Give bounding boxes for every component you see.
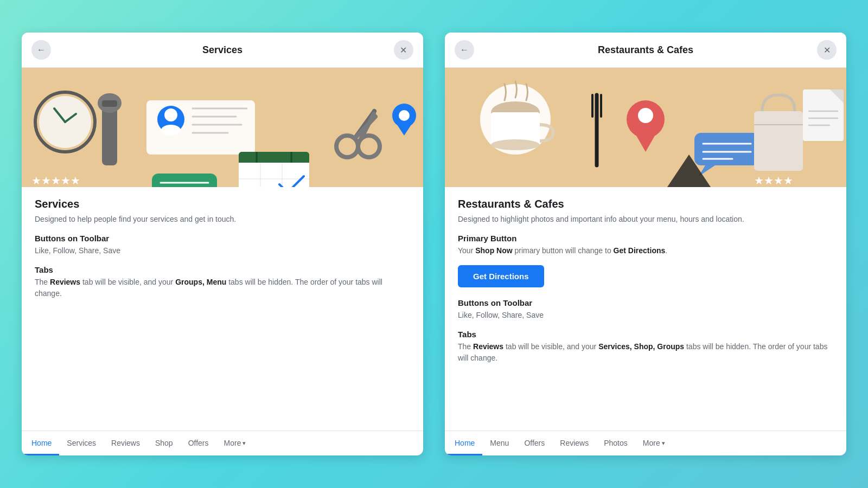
- restaurants-tab-home[interactable]: Home: [447, 431, 482, 455]
- restaurants-tab-menu[interactable]: Menu: [482, 431, 516, 455]
- restaurants-card-header: ← Restaurants & Cafes ✕: [445, 33, 846, 68]
- restaurants-tab-offers[interactable]: Offers: [516, 431, 552, 455]
- restaurants-card-content: Restaurants & Cafes Designed to highligh…: [445, 187, 846, 431]
- tab-more[interactable]: More: [216, 431, 254, 455]
- close-button[interactable]: ✕: [394, 40, 413, 60]
- restaurants-title: Restaurants & Cafes: [458, 198, 833, 210]
- back-button[interactable]: ←: [31, 40, 51, 60]
- restaurants-description: Designed to highlight photos and importa…: [458, 214, 833, 225]
- services-title: Services: [35, 198, 410, 210]
- svg-text:★★★★: ★★★★: [754, 175, 793, 187]
- svg-point-50: [638, 108, 653, 123]
- services-card-header: ← Services ✕: [22, 33, 423, 68]
- svg-point-10: [164, 108, 177, 121]
- tabs-title: Tabs: [35, 265, 410, 274]
- svg-rect-7: [102, 100, 117, 107]
- svg-point-48: [491, 139, 540, 150]
- restaurants-tab-more[interactable]: More: [635, 431, 673, 455]
- get-directions-button[interactable]: Get Directions: [458, 265, 544, 287]
- svg-rect-27: [239, 163, 309, 187]
- services-hero-image: ★★★★★: [22, 68, 423, 187]
- services-description: Designed to help people find your servic…: [35, 214, 410, 225]
- restaurants-close-button[interactable]: ✕: [817, 40, 837, 60]
- restaurants-card: ← Restaurants & Cafes ✕: [445, 33, 846, 455]
- tab-offers[interactable]: Offers: [181, 431, 216, 455]
- services-tabs-row: Home Services Reviews Shop Offers More: [22, 431, 423, 455]
- tab-services[interactable]: Services: [59, 431, 104, 455]
- restaurants-tab-photos[interactable]: Photos: [596, 431, 635, 455]
- restaurants-tabs-title: Tabs: [458, 330, 833, 339]
- svg-rect-16: [152, 174, 217, 187]
- svg-rect-61: [754, 111, 803, 171]
- restaurants-tab-reviews[interactable]: Reviews: [552, 431, 596, 455]
- services-card-title: Services: [202, 44, 242, 56]
- services-card-content: Services Designed to help people find yo…: [22, 187, 423, 431]
- tab-shop[interactable]: Shop: [148, 431, 181, 455]
- tab-reviews[interactable]: Reviews: [104, 431, 148, 455]
- restaurants-toolbar-title: Buttons on Toolbar: [458, 298, 833, 307]
- toolbar-title: Buttons on Toolbar: [35, 234, 410, 243]
- restaurants-tabs-row: Home Menu Offers Reviews Photos More: [445, 431, 846, 455]
- tabs-desc: The Reviews tab will be visible, and you…: [35, 277, 410, 299]
- svg-point-41: [399, 110, 410, 121]
- services-card: ← Services ✕: [22, 33, 423, 455]
- restaurants-card-title: Restaurants & Cafes: [598, 44, 693, 56]
- restaurants-tabs-desc: The Reviews tab will be visible, and you…: [458, 341, 833, 364]
- primary-button-desc: Your Shop Now primary button will change…: [458, 245, 833, 256]
- restaurants-back-button[interactable]: ←: [455, 40, 474, 60]
- primary-button-title: Primary Button: [458, 234, 833, 243]
- svg-text:★★★★★: ★★★★★: [31, 175, 80, 187]
- svg-point-11: [161, 125, 181, 136]
- restaurants-toolbar-desc: Like, Follow, Share, Save: [458, 310, 833, 321]
- svg-rect-63: [803, 89, 844, 141]
- restaurants-hero-image: ★★★★: [445, 68, 846, 187]
- tab-home[interactable]: Home: [24, 431, 59, 455]
- toolbar-desc: Like, Follow, Share, Save: [35, 245, 410, 256]
- svg-rect-56: [694, 133, 760, 165]
